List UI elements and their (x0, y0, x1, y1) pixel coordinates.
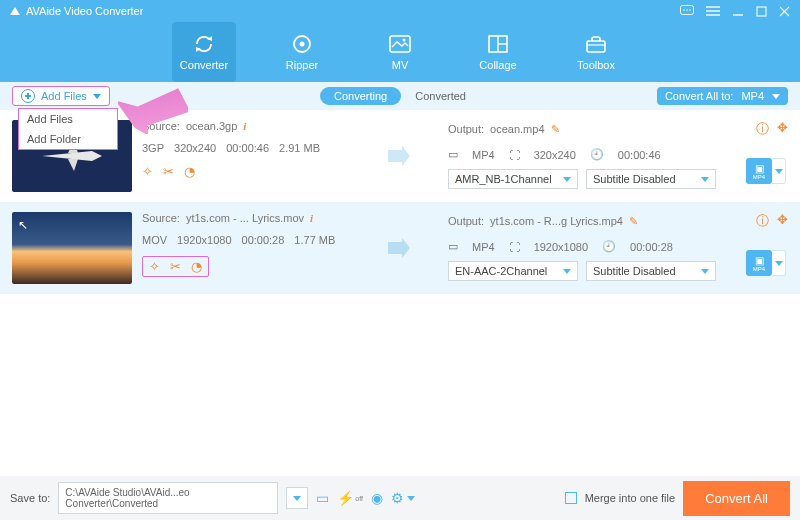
info-icon[interactable]: i (310, 212, 313, 224)
convert-all-button[interactable]: Convert All (683, 481, 790, 516)
app-logo-icon (10, 7, 20, 15)
output-name: ocean.mp4 (490, 123, 544, 135)
svg-rect-21 (587, 41, 605, 52)
output-format-button[interactable]: ▣MP4 (746, 250, 786, 276)
svg-point-2 (683, 9, 685, 11)
tab-toolbox[interactable]: Toolbox (564, 22, 628, 82)
plus-icon (21, 89, 35, 103)
ripper-icon (291, 33, 313, 55)
trim-icon[interactable]: ✧ (149, 259, 160, 274)
svg-point-4 (689, 9, 691, 11)
convert-all-label: Convert All to: (665, 90, 733, 102)
output-column: Output: yt1s.com - R...g Lyrics.mp4 ✎ ⓘ✥… (448, 212, 788, 284)
resolution-icon: ⛶ (509, 149, 520, 161)
add-files-button[interactable]: Add Files (12, 86, 110, 106)
merge-label: Merge into one file (585, 492, 676, 504)
thumbnail[interactable]: ↖ (12, 212, 132, 284)
app-title: AVAide Video Converter (26, 5, 143, 17)
subtitle-select[interactable]: Subtitle Disabled (586, 169, 716, 189)
settings-icon[interactable]: ⚙ (391, 490, 415, 506)
main-toolbar: Converter Ripper MV Collage Toolbox (0, 22, 800, 82)
titlebar: AVAide Video Converter (0, 0, 800, 22)
arrow-icon (384, 142, 412, 170)
annotation-arrow (118, 78, 188, 134)
info-icon[interactable]: ⓘ (756, 120, 769, 138)
snapshot-icon[interactable]: ◉ (371, 490, 383, 506)
svg-marker-25 (68, 159, 78, 171)
compress-icon[interactable]: ✥ (777, 120, 788, 138)
tab-mv[interactable]: MV (368, 22, 432, 82)
add-files-label: Add Files (41, 90, 87, 102)
save-path-input[interactable]: C:\AVAide Studio\AVAid...eo Converter\Co… (58, 482, 278, 514)
enhance-icon[interactable]: ◔ (191, 259, 202, 274)
tab-converter[interactable]: Converter (172, 22, 236, 82)
convert-all-selector[interactable]: Convert All to: MP4 (657, 87, 788, 105)
svg-marker-27 (388, 238, 410, 258)
edit-icon[interactable]: ✎ (551, 123, 560, 136)
tab-collage[interactable]: Collage (466, 22, 530, 82)
resolution-icon: ⛶ (509, 241, 520, 253)
tab-label: Collage (479, 59, 516, 71)
arrow-icon (384, 234, 412, 262)
clock-icon: 🕘 (602, 240, 616, 253)
converter-icon (193, 33, 215, 55)
tab-label: Ripper (286, 59, 318, 71)
tab-ripper[interactable]: Ripper (270, 22, 334, 82)
close-icon[interactable] (779, 6, 790, 17)
collage-icon (487, 33, 509, 55)
tab-label: Converter (180, 59, 228, 71)
film-icon: ▭ (448, 240, 458, 253)
svg-point-3 (686, 9, 688, 11)
open-folder-icon[interactable]: ▭ (316, 490, 329, 506)
save-to-label: Save to: (10, 492, 50, 504)
cursor-icon: ↖ (18, 218, 28, 232)
edit-icon[interactable]: ✎ (629, 215, 638, 228)
svg-marker-26 (388, 146, 410, 166)
tab-label: MV (392, 59, 409, 71)
dropdown-item-add-files[interactable]: Add Files (19, 109, 117, 129)
audio-select[interactable]: AMR_NB-1Channel (448, 169, 578, 189)
toolbox-icon (585, 33, 607, 55)
info-icon[interactable]: i (243, 120, 246, 132)
subtab-converted[interactable]: Converted (401, 87, 480, 105)
add-files-dropdown: Add Files Add Folder (18, 108, 118, 150)
enhance-icon[interactable]: ◔ (184, 164, 195, 179)
file-list: Source: ocean.3gp i 3GP320x24000:00:462.… (0, 110, 800, 294)
merge-checkbox[interactable] (565, 492, 577, 504)
feedback-icon[interactable] (680, 5, 694, 17)
chevron-down-icon (93, 94, 101, 99)
subtitle-select[interactable]: Subtitle Disabled (586, 261, 716, 281)
tab-label: Toolbox (577, 59, 615, 71)
source-name: yt1s.com - ... Lyrics.mov (186, 212, 304, 224)
mv-icon (389, 33, 411, 55)
convert-all-value: MP4 (741, 90, 764, 102)
trim-icon[interactable]: ✧ (142, 164, 153, 179)
cut-icon[interactable]: ✂ (163, 164, 174, 179)
menu-icon[interactable] (706, 6, 720, 16)
svg-point-17 (403, 39, 406, 42)
minimize-icon[interactable] (732, 5, 744, 17)
svg-marker-0 (118, 78, 188, 134)
subtab-converting[interactable]: Converting (320, 87, 401, 105)
footer: Save to: C:\AVAide Studio\AVAid...eo Con… (0, 476, 800, 520)
maximize-icon[interactable] (756, 6, 767, 17)
compress-icon[interactable]: ✥ (777, 212, 788, 230)
dropdown-item-add-folder[interactable]: Add Folder (19, 129, 117, 149)
clock-icon: 🕘 (590, 148, 604, 161)
svg-point-15 (300, 42, 305, 47)
hardware-accel-icon[interactable]: ⚡off (337, 490, 363, 506)
path-dropdown[interactable] (286, 487, 308, 509)
output-format-button[interactable]: ▣MP4 (746, 158, 786, 184)
output-column: Output: ocean.mp4 ✎ ⓘ✥ ▭MP4 ⛶320x240 🕘00… (448, 120, 788, 192)
cut-icon[interactable]: ✂ (170, 259, 181, 274)
chevron-down-icon (772, 94, 780, 99)
list-item[interactable]: ↖ Source: yt1s.com - ... Lyrics.mov i MO… (0, 202, 800, 294)
output-name: yt1s.com - R...g Lyrics.mp4 (490, 215, 623, 227)
audio-select[interactable]: EN-AAC-2Channel (448, 261, 578, 281)
svg-rect-9 (757, 7, 766, 16)
info-icon[interactable]: ⓘ (756, 212, 769, 230)
source-name: ocean.3gp (186, 120, 237, 132)
film-icon: ▭ (448, 148, 458, 161)
